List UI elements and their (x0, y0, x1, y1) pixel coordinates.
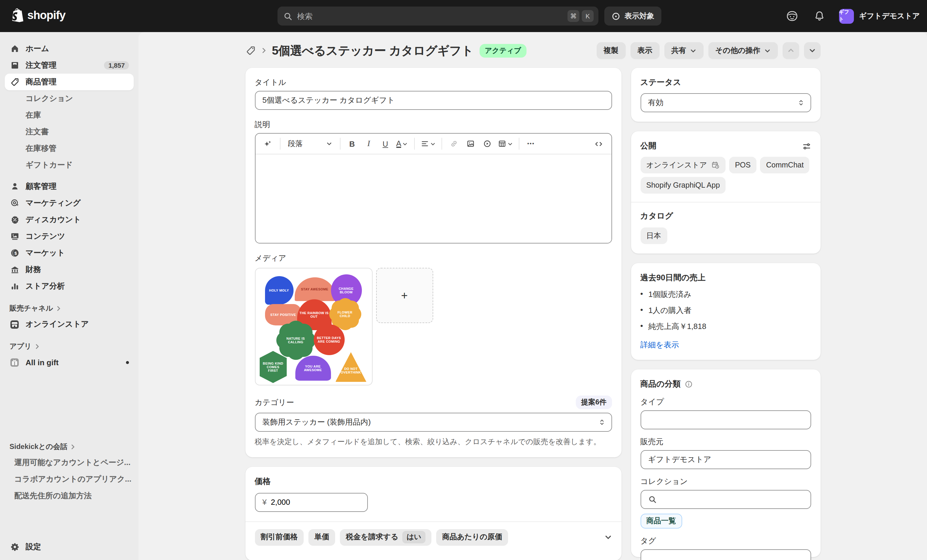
orders-icon (9, 60, 20, 70)
alignment-button[interactable] (419, 136, 437, 152)
publishing-settings-icon[interactable] (802, 142, 811, 150)
insert-image-icon[interactable] (463, 136, 478, 152)
more-actions-button[interactable]: その他の操作 (708, 42, 778, 59)
description-editor-body[interactable] (255, 155, 611, 243)
category-select[interactable]: 装飾用ステッカー (装飾用品内) (255, 413, 612, 432)
notifications-bell-icon[interactable] (812, 8, 827, 24)
home-icon (9, 44, 20, 54)
online-store-icon (9, 319, 20, 329)
product-organization-card: 商品の分類 タイプ 販売元 (631, 369, 820, 557)
all-in-gift-app-icon (9, 357, 20, 367)
channel-online-store-chip[interactable]: オンラインストア (640, 157, 726, 173)
compare-at-price-pill[interactable]: 割引前価格 (255, 529, 304, 545)
sidebar-item-products[interactable]: 商品管理 (5, 74, 134, 90)
sidekick-button[interactable] (784, 8, 799, 24)
text-color-button[interactable]: A (394, 136, 410, 152)
vendor-input[interactable] (640, 450, 811, 469)
pricing-expand-chevron[interactable] (604, 533, 612, 541)
collection-tag[interactable]: 商品一覧 (640, 514, 682, 528)
add-media-button[interactable]: + (376, 268, 433, 323)
pricing-card: 価格 ¥ 割引前価格 単価 税金を請求する (245, 466, 621, 560)
channel-commchat-chip[interactable]: CommChat (760, 157, 810, 173)
view-button[interactable]: 表示 (630, 42, 659, 59)
product-title-input[interactable] (255, 91, 612, 110)
sidebar-item-gift-cards[interactable]: ギフトカード (5, 157, 134, 173)
unit-price-pill[interactable]: 単価 (308, 529, 335, 545)
collections-search-field[interactable] (640, 490, 811, 509)
sidebar-item-discounts[interactable]: ディスカウント (5, 211, 134, 228)
updown-chevrons-icon (598, 419, 605, 426)
search-icon (283, 12, 292, 20)
sidebar-item-markets[interactable]: $ マーケット (5, 245, 134, 261)
code-view-icon[interactable] (591, 136, 606, 152)
chevron-down-icon (690, 47, 696, 54)
bold-button[interactable]: B (344, 136, 360, 152)
gear-icon (9, 542, 20, 552)
sidekick-history-item[interactable]: 配送先住所の追加方法 (5, 487, 134, 504)
price-field[interactable]: ¥ (255, 493, 368, 511)
sidebar-item-transfers[interactable]: 在庫移管 (5, 140, 134, 157)
global-search[interactable]: ⌘ K (278, 6, 599, 26)
catalog-japan-chip[interactable]: 日本 (640, 228, 667, 244)
sales-90days-card: 過去90日間の売上 •1個販売済み •1人の購入者 •純売上高￥1,818 詳細… (631, 263, 820, 360)
view-as-button[interactable]: 表示対象 (604, 6, 661, 26)
sidebar-item-marketing[interactable]: マーケティング (5, 195, 134, 211)
chevron-right-icon (70, 443, 76, 450)
sidebar-item-analytics[interactable]: ストア分析 (5, 278, 134, 294)
underline-button[interactable]: U (378, 136, 393, 152)
sidekick-history-item[interactable]: 運用可能なアカウントとページ... (5, 454, 134, 471)
italic-button[interactable]: I (361, 136, 377, 152)
share-button[interactable]: 共有 (664, 42, 703, 59)
account-menu[interactable]: ギフト ギフトデモストア (839, 9, 920, 23)
sidebar-item-customers[interactable]: 顧客管理 (5, 178, 134, 195)
prev-product-button[interactable] (782, 42, 799, 59)
charge-tax-value: はい (403, 531, 426, 543)
type-input[interactable] (640, 410, 811, 429)
page-title: 5個選べるステッカー カタログギフト (272, 42, 473, 59)
product-media-thumbnail[interactable]: HOLY MOLY STAY AWESOME CHANGE BLOOM STAY… (255, 268, 372, 385)
sidebar-item-home[interactable]: ホーム (5, 40, 134, 57)
sidebar-section-apps[interactable]: アプリ (5, 338, 134, 354)
sidekick-history-item[interactable]: コラボアカウントのアプリアク... (5, 471, 134, 487)
sidebar-item-all-in-gift[interactable]: All in gift (5, 354, 134, 370)
more-formatting-button[interactable]: ••• (523, 136, 539, 152)
sidebar-section-sidekick-chats[interactable]: Sidekickとの会話 (5, 439, 134, 454)
product-tag-icon (245, 45, 256, 56)
sidebar-section-sales-channels[interactable]: 販売チャネル (5, 300, 134, 316)
search-input[interactable] (297, 12, 565, 20)
topbar: shopify ⌘ K 表示対象 ギフト ギフトデモス (0, 0, 927, 32)
channel-graphiql-chip[interactable]: Shopify GraphiQL App (640, 177, 726, 194)
tags-input[interactable] (640, 549, 811, 560)
sidebar: ホーム 注文管理 1,857 商品管理 コレクション 在庫 注文書 在庫移管 ギ… (0, 32, 138, 560)
insert-table-button[interactable] (496, 136, 514, 152)
link-icon[interactable] (446, 136, 461, 152)
duplicate-button[interactable]: 複製 (596, 42, 625, 59)
insert-video-icon[interactable] (479, 136, 495, 152)
collections-search-input[interactable] (661, 495, 803, 504)
sidebar-item-inventory[interactable]: 在庫 (5, 107, 134, 123)
shopify-logo[interactable]: shopify (11, 8, 65, 23)
magic-sparkle-icon[interactable] (260, 136, 275, 152)
next-product-button[interactable] (804, 42, 820, 59)
cost-per-item-pill[interactable]: 商品あたりの原価 (436, 529, 508, 545)
sidebar-item-content[interactable]: コンテンツ (5, 228, 134, 245)
sidebar-item-finance[interactable]: 財務 (5, 261, 134, 278)
view-details-link[interactable]: 詳細を表示 (640, 340, 679, 351)
sidebar-item-settings[interactable]: 設定 (5, 539, 134, 555)
sidebar-item-collections[interactable]: コレクション (5, 90, 134, 107)
status-select[interactable]: 有効 (640, 93, 811, 112)
rich-text-editor: 段落 B I U A (255, 133, 612, 243)
collections-label: コレクション (640, 476, 811, 487)
info-icon[interactable] (685, 380, 693, 389)
price-input[interactable] (271, 498, 360, 507)
paragraph-style-dropdown[interactable]: 段落 (284, 136, 336, 152)
currency-prefix: ¥ (262, 498, 266, 507)
charge-tax-pill[interactable]: 税金を請求する はい (340, 529, 432, 545)
sidebar-item-online-store[interactable]: オンラインストア (5, 316, 134, 332)
category-suggestions-badge[interactable]: 提案6件 (576, 396, 612, 409)
sticker-flower-child: FLOWER CHILD (333, 302, 357, 326)
sidebar-item-orders[interactable]: 注文管理 1,857 (5, 57, 134, 74)
sidebar-item-purchase-orders[interactable]: 注文書 (5, 123, 134, 140)
channel-pos-chip[interactable]: POS (729, 157, 757, 173)
discount-icon (9, 215, 20, 225)
